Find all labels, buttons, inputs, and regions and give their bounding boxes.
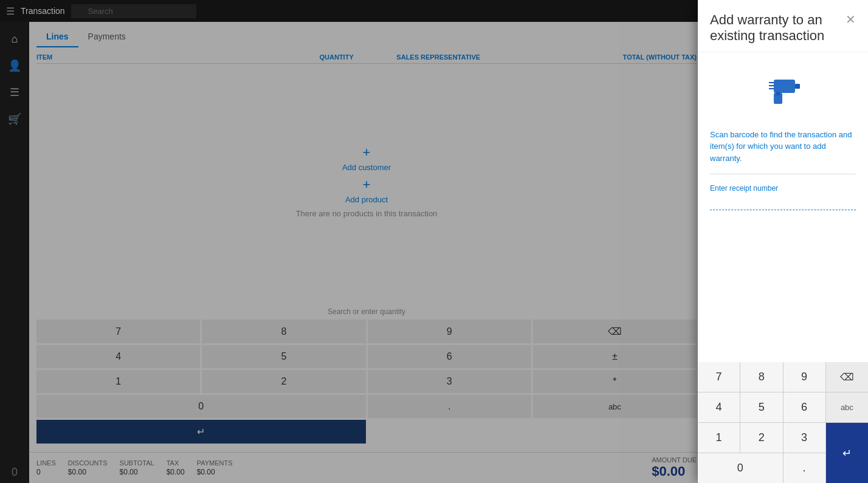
okey-dot[interactable]: . <box>784 453 825 483</box>
overlay-divider <box>710 174 856 174</box>
receipt-input[interactable] <box>710 195 856 210</box>
overlay-title: Add warranty to an existing transaction <box>710 12 846 44</box>
okey-8[interactable]: 8 <box>740 362 782 392</box>
receipt-field-group: Enter receipt number <box>710 184 856 210</box>
okey-enter[interactable]: ↵ <box>826 423 868 483</box>
okey-3[interactable]: 3 <box>784 423 825 453</box>
svg-rect-24 <box>782 91 786 93</box>
svg-rect-29 <box>776 92 780 95</box>
okey-5[interactable]: 5 <box>740 392 782 422</box>
okey-6[interactable]: 6 <box>784 392 825 422</box>
receipt-label: Enter receipt number <box>710 184 856 193</box>
overlay-body: Scan barcode to find the transaction and… <box>698 52 868 362</box>
desc-link[interactable]: item(s) <box>710 142 734 151</box>
barcode-scanner-icon <box>710 64 856 119</box>
overlay-numgrid: 7 8 9 ⌫ 4 5 6 abc 1 2 3 ↵ 0 . <box>698 362 868 483</box>
okey-4[interactable]: 4 <box>698 392 740 422</box>
okey-abc[interactable]: abc <box>826 392 868 422</box>
okey-0[interactable]: 0 <box>698 453 783 483</box>
overlay-header: Add warranty to an existing transaction … <box>698 0 868 52</box>
overlay-close-button[interactable]: ✕ <box>846 12 856 27</box>
okey-1[interactable]: 1 <box>698 423 740 453</box>
dim-overlay <box>0 0 698 483</box>
okey-2[interactable]: 2 <box>740 423 782 453</box>
desc-prefix: Scan barcode to find the transaction and <box>710 130 852 139</box>
okey-7[interactable]: 7 <box>698 362 740 392</box>
overlay-numpad: 7 8 9 ⌫ 4 5 6 abc 1 2 3 ↵ 0 . <box>698 362 868 483</box>
okey-9[interactable]: 9 <box>784 362 825 392</box>
overlay-description: Scan barcode to find the transaction and… <box>710 129 856 165</box>
overlay-panel: Add warranty to an existing transaction … <box>698 0 868 483</box>
okey-backspace[interactable]: ⌫ <box>826 362 868 392</box>
svg-rect-25 <box>795 84 800 89</box>
